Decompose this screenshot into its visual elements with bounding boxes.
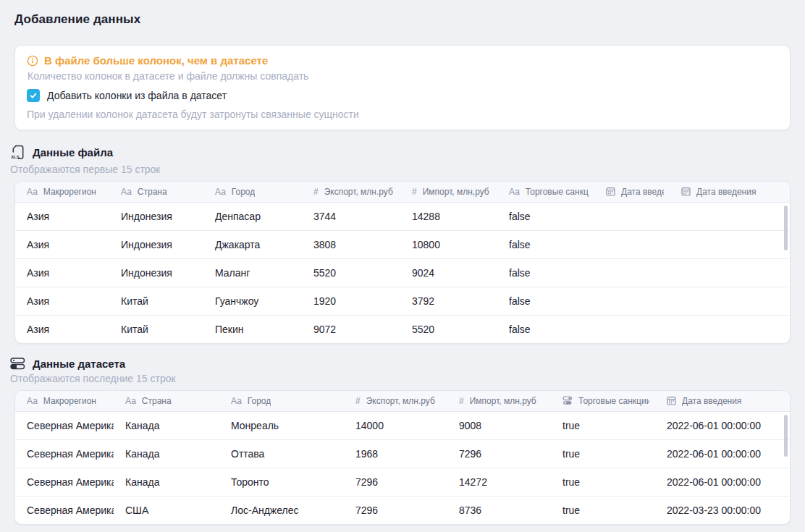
file-section-title: Данные файла xyxy=(33,146,113,159)
text-type-icon: Аа xyxy=(215,187,226,196)
table-cell: true xyxy=(551,468,655,496)
text-type-icon: Аа xyxy=(231,397,242,405)
table-cell: 10800 xyxy=(400,230,497,258)
table-cell: Торонто xyxy=(219,468,344,496)
column-header-label: Импорт, млн,руб xyxy=(423,187,489,197)
column-header: #Импорт, млн,руб xyxy=(447,391,551,411)
dataset-section-subtitle: Отображаются последние 15 строк xyxy=(10,373,791,384)
table-cell: 1968 xyxy=(344,439,447,468)
checkbox-label: Добавить колонки из файла в датасет xyxy=(47,90,227,101)
file-section-subtitle: Отображаются первые 15 строк xyxy=(10,164,791,175)
table-cell: Азия xyxy=(15,230,109,258)
table-cell xyxy=(594,287,670,315)
database-icon xyxy=(10,358,25,370)
table-cell: Маланг xyxy=(203,258,302,287)
add-columns-checkbox[interactable]: Добавить колонки из файла в датасет xyxy=(27,89,778,102)
table-cell xyxy=(594,202,670,230)
table-cell: Азия xyxy=(15,315,109,343)
table-cell: Гуанчжоу xyxy=(203,287,302,315)
table-cell: 14272 xyxy=(447,468,551,496)
table-cell: Индонезия xyxy=(109,230,203,258)
table-row: АзияКитайГуанчжоу19203792false xyxy=(15,287,790,315)
dataset-data-table: АаМакрорегионАаСтранаАаГород#Экспорт, мл… xyxy=(14,390,791,525)
table-cell: false xyxy=(497,230,594,258)
checkbox-checked-icon[interactable] xyxy=(27,89,40,102)
notice-title: В файле больше колонок, чем в датасете xyxy=(44,54,268,67)
table-cell: 5520 xyxy=(400,315,497,343)
dataset-data-section: Данные датасета Отображаются последние 1… xyxy=(0,358,805,525)
boolean-type-icon xyxy=(562,396,573,405)
column-header-label: Макрорегион xyxy=(43,396,96,406)
column-header: #Экспорт, млн.руб xyxy=(344,391,447,411)
table-cell: Монреаль xyxy=(219,411,344,439)
number-type-icon: # xyxy=(313,187,319,196)
vertical-scrollbar-thumb[interactable] xyxy=(784,415,788,457)
vertical-scrollbar-thumb[interactable] xyxy=(784,206,788,250)
column-header-label: Дата введения xyxy=(682,396,741,406)
column-header-label: Дата введения xyxy=(696,187,756,197)
column-header: #Экспорт, млн.руб xyxy=(302,182,400,202)
column-header-label: Дата введения xyxy=(621,187,664,197)
table-cell: Канада xyxy=(114,439,219,468)
table-cell: Оттава xyxy=(219,439,344,468)
column-header: АаСтрана xyxy=(114,391,219,411)
table-header-row: АаМакрорегионАаСтранаАаГород#Экспорт, мл… xyxy=(15,182,790,202)
table-cell: Канада xyxy=(114,468,219,496)
file-data-section: XLS Данные файла Отображаются первые 15 … xyxy=(0,144,805,344)
column-header-label: Город xyxy=(248,396,271,406)
table-cell: Китай xyxy=(109,315,203,343)
table-cell: false xyxy=(497,258,594,287)
column-header: #Импорт, млн,руб xyxy=(400,182,497,202)
table-cell xyxy=(670,315,790,343)
table-cell: Азия xyxy=(15,258,109,287)
date-type-icon xyxy=(681,187,691,196)
text-type-icon: Аа xyxy=(125,397,136,405)
page-title: Добавление данных xyxy=(0,0,805,27)
table-cell: Северная Америка xyxy=(15,439,114,468)
table-cell xyxy=(670,258,790,287)
table-cell: false xyxy=(497,315,594,343)
column-header: АаСтрана xyxy=(109,182,203,202)
table-cell: Канада xyxy=(114,411,219,439)
file-data-table: АаМакрорегионАаСтранаАаГород#Экспорт, мл… xyxy=(14,181,791,344)
table-cell: Северная Америка xyxy=(15,496,114,524)
column-header: АаМакрорегион xyxy=(15,391,114,411)
table-cell xyxy=(670,202,790,230)
table-cell: Индонезия xyxy=(109,202,203,230)
table-cell: true xyxy=(551,496,655,524)
table-cell xyxy=(594,230,670,258)
table-cell: Северная Америка xyxy=(15,468,114,496)
table-cell xyxy=(670,287,790,315)
table-cell xyxy=(594,315,670,343)
table-cell: Азия xyxy=(15,202,109,230)
add-data-screen: Добавление данных В файле больше колонок… xyxy=(0,0,805,532)
table-cell: Северная Америка xyxy=(15,411,114,439)
table-cell: Джакарта xyxy=(203,230,302,258)
table-cell xyxy=(670,230,790,258)
date-type-icon xyxy=(667,396,676,405)
table-cell: true xyxy=(551,439,655,468)
number-type-icon: # xyxy=(459,397,464,405)
notice-card: В файле больше колонок, чем в датасете К… xyxy=(14,45,791,130)
table-cell: 8736 xyxy=(447,496,551,524)
notice-note: При удалении колонок датасета будут затр… xyxy=(27,109,778,120)
column-header: Дата введения xyxy=(594,182,670,202)
column-header-label: Торговые санкц... xyxy=(526,187,589,197)
table-cell: 9072 xyxy=(302,315,400,343)
dataset-section-title: Данные датасета xyxy=(33,358,125,370)
column-header: АаГород xyxy=(219,391,344,411)
date-type-icon xyxy=(606,187,615,196)
column-header-label: Экспорт, млн.руб xyxy=(324,187,393,197)
column-header-label: Импорт, млн,руб xyxy=(470,396,536,406)
column-header: Дата введения xyxy=(655,391,790,411)
table-cell: true xyxy=(551,411,655,439)
table-cell: 7296 xyxy=(344,468,447,496)
column-header-label: Страна xyxy=(142,396,172,406)
table-row: Северная АмерикаКанадаОттава19687296true… xyxy=(15,439,790,468)
table-cell: 3792 xyxy=(400,287,497,315)
table-cell: 2022-06-01 00:00:00 xyxy=(655,439,790,468)
text-type-icon: Аа xyxy=(509,187,520,196)
number-type-icon: # xyxy=(412,187,417,196)
table-row: АзияИндонезияДенпасар374414288false xyxy=(15,202,790,230)
table-cell: 14000 xyxy=(344,411,447,439)
